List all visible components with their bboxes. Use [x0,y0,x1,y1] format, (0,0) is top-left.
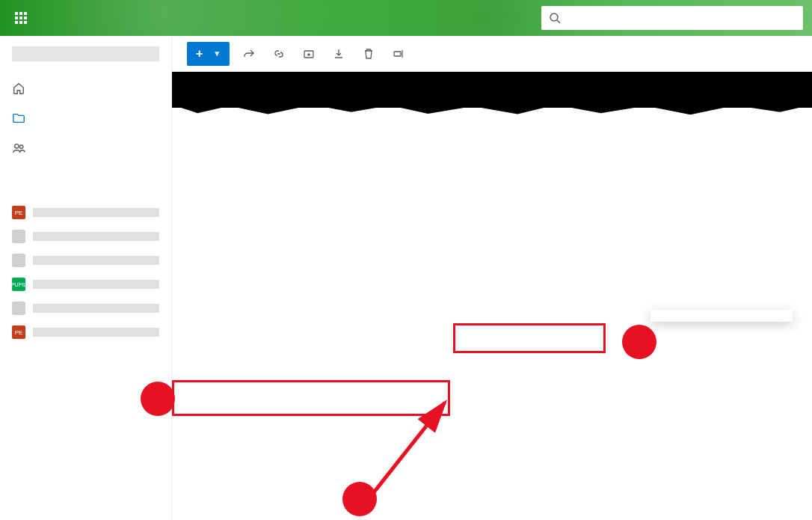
people-icon [12,141,25,155]
torn-divider [172,72,812,108]
sidebar-item-shared[interactable] [0,133,171,163]
home-icon [12,82,25,95]
place-item[interactable]: PUPIL [0,272,171,296]
request-files-button[interactable] [303,48,319,60]
file-list [172,72,812,520]
main-content: + ▼ [172,36,812,520]
share-icon [243,48,255,60]
sidebar: PE PUPIL PE [0,36,172,520]
download-icon [333,48,345,60]
svg-point-3 [19,145,23,149]
download-apps-link[interactable] [0,496,171,520]
waffle-icon [15,12,27,24]
more-places-link[interactable] [0,344,171,359]
context-menu [650,310,793,322]
app-header [0,0,812,36]
share-button[interactable] [243,48,259,60]
place-item[interactable] [0,224,171,248]
app-icon [12,230,25,243]
app-icon: PE [12,206,25,219]
delete-icon [363,48,375,60]
svg-line-1 [557,20,560,23]
command-bar: + ▼ [172,36,812,72]
search-box[interactable] [541,6,803,30]
svg-point-0 [550,13,558,21]
request-icon [303,48,315,60]
search-icon [549,12,561,24]
download-button[interactable] [333,48,349,60]
rename-button[interactable] [393,48,409,60]
svg-point-2 [15,144,19,148]
search-input[interactable] [567,12,796,24]
svg-rect-5 [394,52,401,56]
place-item[interactable] [0,296,171,320]
app-icon: PE [12,325,25,339]
chevron-down-icon: ▼ [213,49,221,58]
place-item[interactable]: PE [0,201,171,224]
copy-link-button[interactable] [273,48,289,60]
new-button[interactable]: + ▼ [187,42,230,66]
sidebar-item-home[interactable] [0,73,171,103]
place-item[interactable] [0,248,171,272]
app-icon [12,302,25,315]
plus-icon: + [196,47,203,61]
app-icon [12,254,25,267]
app-icon: PUPIL [12,278,25,291]
place-item[interactable]: PE [0,320,171,344]
folder-icon [12,111,25,125]
user-block [12,46,159,61]
sidebar-places: PE PUPIL PE [0,201,171,344]
delete-button[interactable] [363,48,379,60]
app-launcher-button[interactable] [9,6,33,30]
sidebar-item-my-files[interactable] [0,103,171,133]
rename-icon [393,48,405,60]
link-icon [273,48,285,60]
